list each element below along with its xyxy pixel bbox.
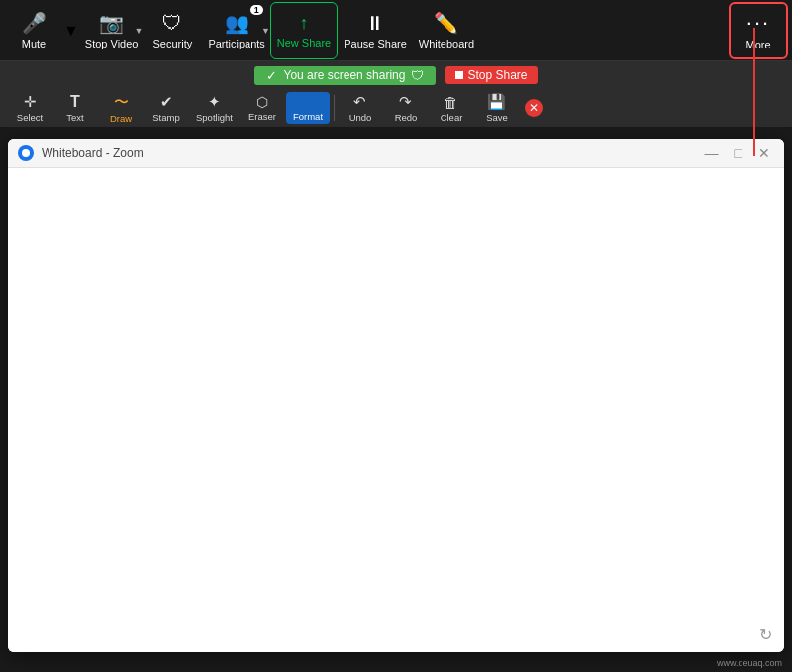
security-icon: 🛡 (162, 12, 182, 35)
wb-title-right: — □ ✕ (701, 144, 774, 163)
format-tool[interactable]: ■ Format (286, 92, 330, 124)
mute-label: Mute (22, 38, 46, 49)
save-icon: 💾 (487, 93, 506, 111)
eraser-label: Eraser (248, 111, 276, 122)
format-icon: ■ (304, 94, 312, 110)
redo-icon: ↷ (399, 93, 412, 111)
stop-video-label: Stop Video (85, 38, 139, 49)
check-icon: ✓ (266, 68, 277, 83)
save-label: Save (486, 112, 508, 123)
stamp-label: Stamp (152, 112, 179, 123)
eraser-icon: ⬡ (256, 94, 268, 110)
eraser-tool[interactable]: ⬡ Eraser (241, 92, 284, 124)
top-toolbar: 🎤 Mute ▼ 📷 Stop Video ▼ 🛡 Security 👥 1 P… (0, 0, 792, 61)
undo-label: Undo (349, 112, 372, 123)
draw-icon: 〜 (114, 93, 129, 112)
wb-close-button[interactable]: ✕ (754, 144, 774, 163)
toolbar-divider (334, 95, 335, 121)
pause-share-label: Pause Share (344, 38, 407, 49)
participants-badge: 1 (250, 5, 263, 15)
format-label: Format (293, 111, 323, 122)
wb-refresh-icon[interactable]: ↻ (759, 625, 772, 644)
red-pointer-line (753, 28, 755, 156)
sharing-shield-icon: 🛡 (411, 68, 424, 83)
stop-video-button[interactable]: 📷 Stop Video (79, 2, 145, 59)
wb-toolbar: ✛ Select T Text 〜 Draw ✔ Stamp ✦ Spotlig… (0, 89, 792, 127)
redo-label: Redo (395, 112, 418, 123)
watermark: www.deuaq.com (717, 658, 782, 668)
whiteboard-button[interactable]: ✏️ Whiteboard (413, 2, 480, 59)
stamp-icon: ✔ (160, 93, 173, 111)
participants-icon: 👥 (225, 11, 249, 35)
security-button[interactable]: 🛡 Security (143, 2, 202, 59)
text-icon: T (70, 93, 80, 111)
whiteboard-window: Whiteboard - Zoom — □ ✕ (8, 139, 784, 652)
text-label: Text (66, 112, 83, 123)
select-label: Select (17, 112, 43, 123)
undo-icon: ↶ (353, 93, 366, 111)
pause-share-button[interactable]: ⏸ Pause Share (338, 2, 413, 59)
wb-title-left: Whiteboard - Zoom (18, 145, 144, 161)
spotlight-tool[interactable]: ✦ Spotlight (190, 91, 239, 125)
select-icon: ✛ (24, 93, 37, 111)
participants-button[interactable]: 👥 1 Participants (202, 2, 270, 59)
more-label: More (745, 39, 770, 50)
new-share-button[interactable]: ↑ New Share (270, 2, 338, 59)
stop-share-button[interactable]: Stop Share (446, 66, 537, 84)
more-button[interactable]: ··· More (729, 2, 788, 59)
text-tool[interactable]: T Text (53, 91, 97, 125)
wb-canvas[interactable] (8, 168, 784, 652)
stamp-tool[interactable]: ✔ Stamp (145, 91, 188, 125)
clear-label: Clear (441, 112, 463, 123)
spotlight-icon: ✦ (208, 93, 221, 111)
sharing-banner: ✓ You are screen sharing 🛡 Stop Share (0, 61, 792, 89)
pause-share-icon: ⏸ (365, 12, 385, 35)
new-share-icon: ↑ (300, 13, 309, 34)
draw-tool[interactable]: 〜 Draw (99, 91, 143, 126)
wb-minimize-button[interactable]: — (701, 144, 723, 163)
wb-logo-icon (18, 145, 34, 161)
mute-chevron[interactable]: ▼ (63, 22, 79, 40)
sharing-text-area: ✓ You are screen sharing 🛡 (254, 66, 436, 85)
sharing-text: You are screen sharing (283, 68, 405, 82)
video-icon: 📷 (99, 11, 124, 35)
undo-tool[interactable]: ↶ Undo (339, 91, 382, 125)
select-tool[interactable]: ✛ Select (8, 91, 51, 125)
draw-label: Draw (110, 113, 132, 124)
mute-button[interactable]: 🎤 Mute (4, 2, 63, 59)
wb-toolbar-close-button[interactable]: ✕ (525, 99, 543, 117)
stop-square-icon (455, 71, 463, 79)
whiteboard-label: Whiteboard (419, 38, 474, 49)
more-icon: ··· (746, 10, 770, 36)
security-label: Security (153, 38, 193, 49)
whiteboard-icon: ✏️ (434, 11, 458, 35)
clear-icon: 🗑 (444, 94, 458, 111)
spotlight-label: Spotlight (196, 112, 233, 123)
wb-titlebar: Whiteboard - Zoom — □ ✕ (8, 139, 784, 168)
wb-maximize-button[interactable]: □ (731, 144, 746, 163)
clear-tool[interactable]: 🗑 Clear (430, 92, 473, 125)
stop-share-label: Stop Share (467, 68, 527, 82)
wb-title-text: Whiteboard - Zoom (42, 146, 144, 160)
redo-tool[interactable]: ↷ Redo (384, 91, 428, 125)
new-share-label: New Share (277, 37, 331, 48)
save-tool[interactable]: 💾 Save (475, 91, 519, 125)
mute-icon: 🎤 (22, 11, 47, 35)
participants-label: Participants (208, 38, 264, 49)
